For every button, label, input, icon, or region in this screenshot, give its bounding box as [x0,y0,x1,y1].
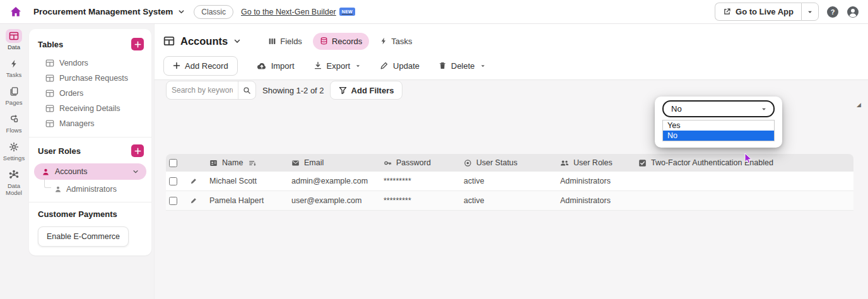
row-checkbox[interactable] [169,197,177,205]
tables-header-label: Tables [38,40,63,49]
scroll-arrow-icon[interactable]: ◢ [857,102,861,108]
import-button[interactable]: Import [257,61,295,71]
lightning-icon [6,57,22,71]
search-icon[interactable] [238,81,255,99]
add-table-button[interactable] [131,38,144,50]
sidebar-item-vendors[interactable]: Vendors [29,56,151,71]
sidebar-item-receiving-details[interactable]: Receiving Details [29,101,151,116]
download-icon [314,61,322,70]
table-icon [45,119,54,128]
radio-icon [464,159,472,167]
help-icon[interactable]: ? [826,6,839,18]
chevron-down-icon[interactable] [132,168,139,175]
table-icon [45,89,54,98]
network-icon [6,168,22,182]
table-row[interactable]: Michael Scott admin@example.com ********… [166,172,853,191]
sidebar-item-accounts[interactable]: Accounts [34,163,146,180]
row-checkbox[interactable] [169,177,177,185]
app-window: Procurement Management System Classic Go… [0,0,868,299]
page-title: Accounts [180,35,228,47]
sidebar-item-managers[interactable]: Managers [29,116,151,131]
live-app-dropdown-button[interactable] [801,3,819,21]
chevron-down-icon[interactable] [233,37,241,45]
add-record-button[interactable]: Add Record [163,56,238,76]
home-icon[interactable] [8,4,23,20]
select-all-checkbox[interactable] [169,159,177,167]
main-area: Accounts Fields Records Tasks [154,24,868,299]
two-factor-select[interactable]: No [662,100,775,117]
table-row[interactable]: Pamela Halpert user@example.com ********… [166,191,853,211]
edit-record-icon[interactable] [177,197,204,204]
chevron-down-icon[interactable] [178,8,185,15]
key-icon [384,159,392,167]
table-icon [45,104,54,113]
database-icon [320,37,328,45]
tab-fields[interactable]: Fields [261,33,309,50]
cell-user-roles: Administrators [554,196,633,205]
rail-item-data[interactable]: Data [0,29,28,51]
main-header: Accounts Fields Records Tasks [155,24,868,80]
cloud-upload-icon [257,61,267,70]
classic-mode-badge: Classic [194,5,233,19]
rail-item-flows[interactable]: Flows [0,112,28,134]
plus-icon [134,148,141,155]
add-filters-button[interactable]: Add Filters [330,81,403,100]
search-box [166,81,256,100]
cell-password: ********* [378,177,458,185]
rail-item-settings[interactable]: Settings [0,140,28,162]
rail-item-tasks[interactable]: Tasks [0,57,28,79]
user-roles-section-header: User Roles [29,143,151,162]
plus-icon [173,62,180,69]
person-icon [54,185,62,193]
pages-icon [6,85,22,98]
export-button[interactable]: Export [314,61,361,71]
flow-icon [6,112,22,126]
new-badge: NEW [339,8,355,16]
divider [29,137,151,138]
next-gen-builder-link[interactable]: Go to the Next-Gen Builder NEW [241,8,355,16]
user-avatar[interactable] [847,6,859,18]
checkbox-icon [638,159,647,167]
delete-button[interactable]: Delete [438,61,486,71]
sort-ascending-icon[interactable] [249,160,256,167]
svg-text:?: ? [831,8,835,16]
dropdown-option-no[interactable]: No [663,131,774,141]
table-icon [6,29,22,43]
dropdown-option-list: Yes No [662,120,775,141]
cell-user-status: active [458,196,554,205]
plus-icon [134,41,141,48]
filter-icon [339,86,347,95]
rail-item-data-model[interactable]: Data Model [0,168,28,197]
table-icon [45,59,54,67]
enable-ecommerce-button[interactable]: Enable E-Commerce [38,226,129,247]
cell-user-roles: Administrators [554,177,633,185]
search-input[interactable] [167,86,238,95]
trash-icon [438,61,447,70]
pencil-icon [380,61,389,70]
tab-records[interactable]: Records [313,33,369,50]
chevron-down-icon [480,63,486,69]
app-title: Procurement Management System [33,7,173,16]
dropdown-option-yes[interactable]: Yes [663,120,774,131]
people-icon [560,159,569,167]
add-user-role-button[interactable] [131,144,144,157]
sidebar-item-purchase-requests[interactable]: Purchase Requests [29,71,151,86]
top-bar: Procurement Management System Classic Go… [0,0,868,24]
cell-user-status: active [458,177,554,185]
showing-count: Showing 1-2 of 2 [262,86,324,95]
contact-card-icon [209,159,218,167]
update-button[interactable]: Update [380,61,419,71]
rail-item-pages[interactable]: Pages [0,85,28,107]
table-icon [163,35,175,47]
go-to-live-app-button[interactable]: Go to Live App [715,3,801,21]
tab-tasks[interactable]: Tasks [373,33,419,50]
column-header-email: Email [286,158,378,167]
two-factor-dropdown-popup: No Yes No [655,97,782,148]
edit-record-icon[interactable] [177,177,204,185]
records-table: Name Email Password [166,154,853,211]
person-icon [42,168,50,176]
sidebar-item-orders[interactable]: Orders [29,86,151,101]
customer-payments-header-label: Customer Payments [38,209,117,219]
chevron-down-icon [355,63,361,69]
sidebar-item-administrators[interactable]: Administrators [29,181,151,196]
